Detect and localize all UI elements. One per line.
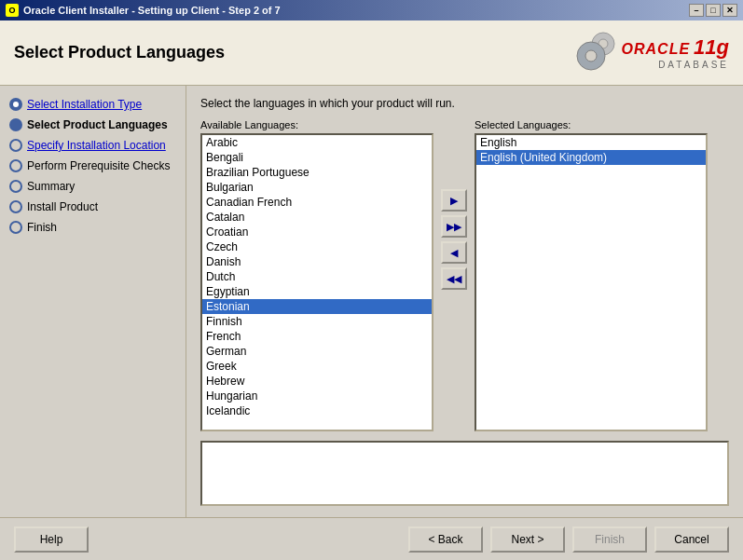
sidebar-dot-1 (9, 98, 22, 111)
gear-icon (571, 30, 617, 76)
sidebar-dot-3 (9, 139, 22, 152)
available-language-item[interactable]: Greek (202, 359, 432, 374)
available-language-item[interactable]: Egyptian (202, 284, 432, 299)
next-button[interactable]: Next > (490, 526, 565, 553)
selected-language-item[interactable]: English (United Kingdom) (476, 150, 706, 165)
language-container: Available Languages: ArabicBengaliBrazil… (200, 119, 729, 431)
sidebar-label-1: Select Installation Type (27, 98, 142, 111)
available-language-item[interactable]: Canadian French (202, 195, 432, 210)
move-all-right-button[interactable]: ▶▶ (441, 215, 467, 238)
available-language-item[interactable]: Bengali (202, 150, 432, 165)
selected-languages-wrapper: Selected Languages: EnglishEnglish (Unit… (475, 119, 708, 431)
minimize-button[interactable]: – (689, 4, 704, 17)
svg-point-3 (585, 50, 597, 61)
available-language-item[interactable]: Icelandic (202, 403, 432, 418)
available-language-item[interactable]: Estonian (202, 299, 432, 314)
move-left-button[interactable]: ◀ (441, 241, 467, 264)
main-panel: Select the languages in which your produ… (186, 86, 743, 517)
available-language-item[interactable]: Hungarian (202, 389, 432, 403)
app-icon: O (6, 4, 19, 17)
sidebar-dot-7 (9, 221, 22, 234)
selected-languages-list[interactable]: EnglishEnglish (United Kingdom) (475, 133, 708, 431)
available-language-item[interactable]: Danish (202, 254, 432, 269)
oracle-name: ORACLE (622, 41, 691, 58)
footer: Help < Back Next > Finish Cancel (0, 517, 743, 560)
available-language-item[interactable]: German (202, 344, 432, 359)
header: Select Product Languages ORACLE 11g DATA… (0, 20, 743, 86)
available-languages-wrapper: Available Languages: ArabicBengaliBrazil… (200, 119, 433, 431)
oracle-version: 11g (694, 35, 729, 60)
page-title: Select Product Languages (14, 43, 225, 62)
help-button[interactable]: Help (14, 526, 89, 553)
move-all-left-button[interactable]: ◀◀ (441, 267, 467, 290)
sidebar-label-3: Specify Installation Location (27, 139, 166, 152)
oracle-logo-area: ORACLE 11g DATABASE (571, 30, 729, 76)
main-window: Select Product Languages ORACLE 11g DATA… (0, 20, 743, 560)
available-languages-list[interactable]: ArabicBengaliBrazilian PortugueseBulgari… (200, 133, 433, 431)
footer-right-buttons: < Back Next > Finish Cancel (408, 526, 729, 553)
sidebar-item-finish: Finish (5, 218, 181, 237)
sidebar-dot-6 (9, 200, 22, 213)
back-button[interactable]: < Back (408, 526, 483, 553)
available-language-item[interactable]: French (202, 329, 432, 344)
sidebar-dot-4 (9, 159, 22, 172)
sidebar-label-4: Perform Prerequisite Checks (27, 159, 170, 172)
maximize-button[interactable]: □ (706, 4, 721, 17)
sidebar-item-install-product: Install Product (5, 198, 181, 216)
available-language-item[interactable]: Czech (202, 239, 432, 254)
content-area: Select Installation Type Select Product … (0, 86, 743, 517)
available-language-item[interactable]: Catalan (202, 210, 432, 225)
cancel-button[interactable]: Cancel (654, 526, 729, 553)
header-title: Select Product Languages (14, 43, 225, 62)
sidebar-item-select-installation-type[interactable]: Select Installation Type (5, 95, 181, 114)
selected-language-item[interactable]: English (476, 135, 706, 150)
sidebar-item-summary: Summary (5, 177, 181, 196)
sidebar-item-specify-installation-location[interactable]: Specify Installation Location (5, 136, 181, 155)
title-bar-text: Oracle Client Installer - Setting up Cli… (23, 5, 689, 16)
move-right-button[interactable]: ▶ (441, 189, 467, 212)
title-bar-buttons: – □ ✕ (689, 4, 737, 17)
sidebar-item-select-product-languages: Select Product Languages (5, 116, 181, 134)
available-language-item[interactable]: Hebrew (202, 374, 432, 389)
available-label: Available Languages: (200, 119, 433, 130)
available-language-item[interactable]: Croatian (202, 225, 432, 239)
title-bar: O Oracle Client Installer - Setting up C… (0, 0, 743, 20)
available-language-item[interactable]: Finnish (202, 314, 432, 329)
sidebar-dot-2 (9, 118, 22, 131)
sidebar-label-5: Summary (27, 180, 75, 193)
sidebar-label-6: Install Product (27, 200, 98, 213)
sidebar-item-perform-prerequisite-checks: Perform Prerequisite Checks (5, 157, 181, 175)
sidebar-label-2: Select Product Languages (27, 118, 168, 131)
close-button[interactable]: ✕ (722, 4, 737, 17)
sidebar-label-7: Finish (27, 221, 57, 234)
sidebar: Select Installation Type Select Product … (0, 86, 186, 517)
available-language-item[interactable]: Arabic (202, 135, 432, 150)
available-language-item[interactable]: Dutch (202, 269, 432, 284)
selected-label: Selected Languages: (475, 119, 708, 130)
oracle-logo: ORACLE 11g DATABASE (622, 35, 729, 70)
available-language-item[interactable]: Brazilian Portuguese (202, 165, 432, 180)
sidebar-dot-5 (9, 180, 22, 193)
log-area (200, 441, 729, 506)
instruction-text: Select the languages in which your produ… (200, 97, 729, 110)
transfer-buttons: ▶ ▶▶ ◀ ◀◀ (441, 166, 467, 290)
finish-button[interactable]: Finish (572, 526, 647, 553)
available-language-item[interactable]: Bulgarian (202, 180, 432, 195)
oracle-sub: DATABASE (658, 60, 729, 70)
